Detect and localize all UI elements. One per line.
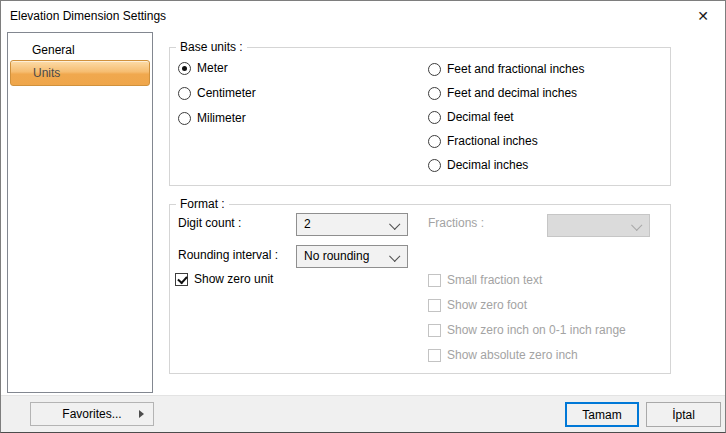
radio-icon: [428, 87, 441, 100]
digit-count-label: Digit count :: [178, 216, 241, 230]
radio-label: Fractional inches: [447, 134, 538, 148]
radio-icon: [178, 112, 191, 125]
category-listbox: General Units: [7, 32, 153, 393]
cancel-button-label: İptal: [672, 408, 695, 422]
sidebar-item-units[interactable]: Units: [10, 60, 150, 86]
checkbox-show-zero-unit[interactable]: Show zero unit: [175, 272, 273, 286]
checkbox-small-fraction-text: Small fraction text: [428, 273, 542, 287]
format-group: Format : Digit count : 2 Fractions : Rou…: [169, 204, 671, 374]
radio-decimal-inches[interactable]: Decimal inches: [428, 158, 528, 172]
radio-icon: [178, 87, 191, 100]
radio-label: Feet and fractional inches: [447, 62, 584, 76]
base-units-group-label: Base units :: [176, 40, 247, 54]
radio-feet-fractional-inches[interactable]: Feet and fractional inches: [428, 62, 584, 76]
radio-icon: [428, 159, 441, 172]
radio-icon: [428, 135, 441, 148]
radio-label: Meter: [197, 61, 228, 75]
fractions-dropdown: [547, 214, 650, 237]
titlebar: Elevation Dimension Settings ✕: [1, 1, 725, 31]
radio-milimeter[interactable]: Milimeter: [178, 111, 246, 125]
ok-button-label: Tamam: [582, 408, 621, 422]
close-button[interactable]: ✕: [681, 1, 725, 30]
radio-label: Feet and decimal inches: [447, 86, 577, 100]
checkbox-label: Small fraction text: [447, 273, 542, 287]
ok-button[interactable]: Tamam: [565, 402, 639, 427]
dialog-title: Elevation Dimension Settings: [10, 9, 166, 23]
digit-count-value: 2: [304, 217, 311, 231]
checkbox-show-zero-inch-range: Show zero inch on 0-1 inch range: [428, 323, 626, 337]
digit-count-dropdown[interactable]: 2: [296, 213, 408, 236]
checkbox-label: Show zero inch on 0-1 inch range: [447, 323, 626, 337]
footer-bar: Favorites... Tamam İptal: [1, 395, 725, 432]
radio-icon: [428, 63, 441, 76]
elevation-dimension-settings-dialog: Elevation Dimension Settings ✕ General U…: [0, 0, 726, 433]
radio-decimal-feet[interactable]: Decimal feet: [428, 110, 514, 124]
radio-label: Centimeter: [197, 86, 256, 100]
checkbox-label: Show absolute zero inch: [447, 348, 578, 362]
chevron-down-icon: [631, 220, 642, 231]
checkbox-show-absolute-zero-inch: Show absolute zero inch: [428, 348, 578, 362]
radio-label: Decimal feet: [447, 110, 514, 124]
format-group-label: Format :: [176, 197, 229, 211]
sidebar-item-label: Units: [33, 66, 60, 80]
checkbox-show-zero-foot: Show zero foot: [428, 298, 527, 312]
rounding-interval-value: No rounding: [304, 249, 369, 263]
sidebar-item-label: General: [32, 43, 75, 57]
radio-meter[interactable]: Meter: [178, 61, 228, 75]
chevron-down-icon: [389, 219, 400, 230]
radio-centimeter[interactable]: Centimeter: [178, 86, 256, 100]
checkbox-icon: [428, 274, 441, 287]
close-icon: ✕: [697, 8, 709, 24]
checkbox-icon: [428, 349, 441, 362]
rounding-interval-label: Rounding interval :: [178, 248, 278, 262]
radio-label: Decimal inches: [447, 158, 528, 172]
radio-selected-icon: [178, 62, 191, 75]
favorites-button[interactable]: Favorites...: [30, 402, 154, 426]
sidebar-item-general[interactable]: General: [10, 38, 150, 62]
submenu-arrow-icon: [139, 410, 144, 418]
radio-icon: [428, 111, 441, 124]
checkbox-label: Show zero unit: [194, 272, 273, 286]
checkbox-label: Show zero foot: [447, 298, 527, 312]
cancel-button[interactable]: İptal: [646, 402, 721, 427]
fractions-label: Fractions :: [428, 216, 484, 230]
radio-feet-decimal-inches[interactable]: Feet and decimal inches: [428, 86, 577, 100]
base-units-group: Base units : Meter Centimeter Milimeter …: [169, 47, 671, 186]
checkbox-icon: [428, 299, 441, 312]
checkbox-checked-icon: [175, 273, 188, 286]
checkbox-icon: [428, 324, 441, 337]
radio-fractional-inches[interactable]: Fractional inches: [428, 134, 538, 148]
radio-label: Milimeter: [197, 111, 246, 125]
favorites-button-label: Favorites...: [62, 407, 121, 421]
rounding-interval-dropdown[interactable]: No rounding: [296, 245, 408, 268]
chevron-down-icon: [389, 251, 400, 262]
